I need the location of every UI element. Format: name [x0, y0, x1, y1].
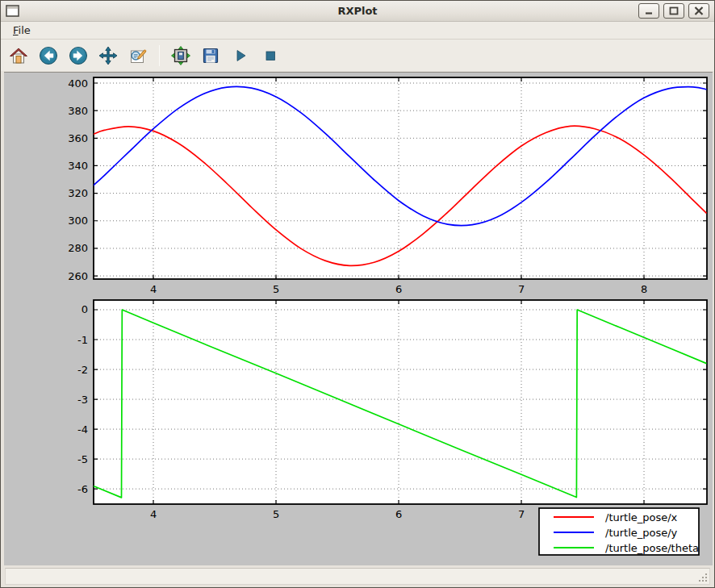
minimize-icon: [644, 6, 654, 15]
play-icon: [232, 47, 249, 65]
toolbar: [1, 40, 714, 71]
svg-text:5: 5: [273, 508, 279, 520]
forward-icon: [69, 46, 88, 65]
window-title: RXPlot: [1, 5, 714, 17]
svg-text:/turtle_pose/theta: /turtle_pose/theta: [605, 542, 699, 554]
svg-text:-5: -5: [77, 453, 88, 465]
svg-text:320: 320: [68, 187, 88, 199]
save-icon: [202, 47, 220, 65]
stop-button[interactable]: [259, 44, 282, 68]
svg-text:6: 6: [395, 508, 402, 520]
zoom-to-rect-icon: [128, 46, 148, 65]
pan-button[interactable]: [97, 44, 119, 68]
svg-text:-3: -3: [77, 394, 88, 406]
svg-text:-6: -6: [77, 483, 88, 495]
play-button[interactable]: [229, 44, 252, 68]
close-icon: [694, 6, 704, 15]
home-button[interactable]: [7, 44, 30, 68]
titlebar[interactable]: RXPlot: [1, 1, 714, 22]
svg-text:4: 4: [150, 283, 157, 295]
pan-icon: [98, 46, 118, 65]
menubar: File: [1, 22, 714, 40]
toolbar-separator: [159, 45, 160, 66]
statusbar: [5, 568, 710, 585]
svg-text:0: 0: [82, 303, 88, 315]
configure-subplots-button[interactable]: [169, 44, 192, 68]
svg-text:7: 7: [518, 508, 525, 520]
svg-text:/turtle_pose/x: /turtle_pose/x: [605, 511, 678, 523]
forward-button[interactable]: [67, 44, 90, 68]
maximize-icon: [669, 6, 679, 15]
back-icon: [39, 46, 58, 65]
svg-text:5: 5: [273, 283, 279, 295]
menu-item-file[interactable]: File: [7, 23, 36, 38]
svg-text:380: 380: [68, 105, 88, 117]
svg-text:260: 260: [68, 270, 88, 282]
svg-text:/turtle_pose/y: /turtle_pose/y: [605, 527, 678, 539]
svg-text:280: 280: [68, 242, 88, 254]
plot-canvas[interactable]: 4567826028030032034036038040045678-6-5-4…: [4, 73, 713, 566]
svg-text:340: 340: [68, 160, 88, 172]
back-button[interactable]: [37, 44, 60, 68]
svg-text:400: 400: [68, 77, 88, 90]
svg-text:4: 4: [150, 508, 157, 520]
svg-text:-1: -1: [77, 334, 88, 346]
close-button[interactable]: [688, 3, 709, 19]
home-icon: [9, 46, 28, 65]
rxplot-window: RXPlot File: [0, 0, 715, 588]
app-window-icon: [6, 5, 19, 17]
svg-text:-2: -2: [77, 364, 88, 376]
minimize-button[interactable]: [638, 3, 659, 19]
maximize-button[interactable]: [663, 3, 684, 19]
stop-icon: [261, 47, 279, 65]
svg-text:8: 8: [641, 283, 647, 295]
svg-text:6: 6: [395, 283, 402, 295]
figure-area: 4567826028030032034036038040045678-6-5-4…: [4, 72, 713, 565]
svg-text:360: 360: [68, 132, 88, 144]
zoom-to-rect-button[interactable]: [127, 44, 149, 68]
svg-text:300: 300: [68, 215, 88, 227]
save-button[interactable]: [199, 44, 222, 68]
svg-text:-4: -4: [77, 423, 88, 436]
resize-grip[interactable]: [697, 572, 709, 583]
configure-subplots-icon: [171, 46, 190, 65]
svg-text:7: 7: [518, 283, 525, 295]
